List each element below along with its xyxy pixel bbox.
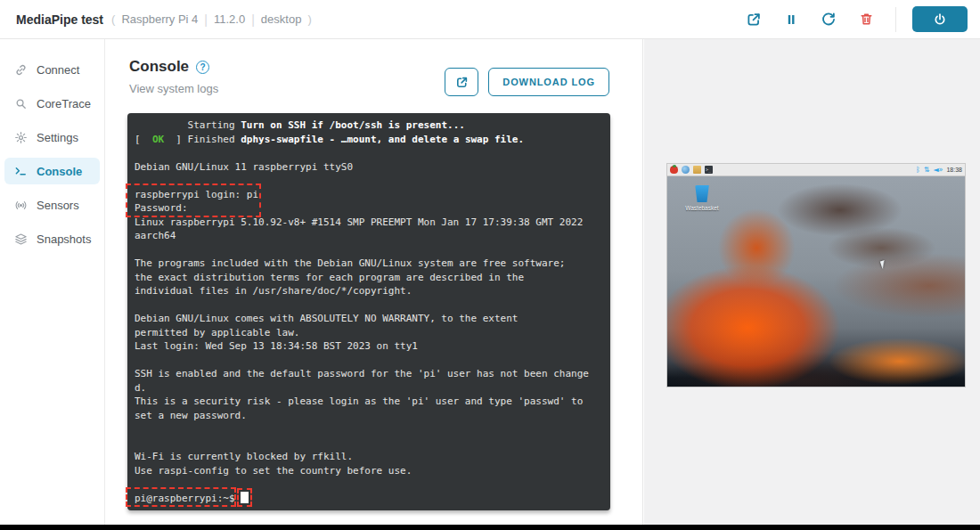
sensors-icon [14,199,28,212]
subtitle-close-paren: ) [307,12,311,26]
link-icon [14,63,28,77]
taskbar-clock: 18:38 [946,167,962,173]
terminal-line: Password: [135,201,603,216]
device-subtitle: ( Raspberry Pi 4 | 11.2.0 | desktop ) [111,12,312,27]
terminal-line: [ OK ] Finished dphys-swapfile - …mount,… [135,133,603,147]
bottom-black-bar [0,525,980,530]
terminal-line [135,354,603,368]
terminal-line [135,422,603,436]
power-icon [933,12,947,27]
action-separator [895,7,896,32]
volume-icon: ◄» [933,166,943,174]
sidebar: Connect CoreTrace Settings Console [0,39,105,525]
terminal-cursor [241,492,249,503]
device-os-version: 11.2.0 [214,12,245,26]
terminal-line [135,174,603,188]
refresh-button[interactable] [818,9,839,30]
sidebar-item-console[interactable]: Console [4,158,100,184]
top-bar: MediaPipe test ( Raspberry Pi 4 | 11.2.0… [0,0,980,39]
remote-taskbar: >_ ᛒ ⇅ ◄» 18:38 [666,163,966,176]
terminal-line [135,436,603,451]
terminal-line: This is a security risk - please login a… [135,395,603,409]
sidebar-item-label: Console [37,165,82,178]
terminal-output: Starting Turn on SSH if /boot/ssh is pre… [135,118,603,505]
terminal-line: individual files in /usr/share/doc/*/cop… [135,284,603,298]
refresh-icon [821,12,837,28]
taskbar-tray: ᛒ ⇅ ◄» 18:38 [916,166,962,174]
raspberry-menu-icon [670,166,678,174]
console-panel: Console ? View system logs DOWNLOAD LOG … [106,39,643,525]
sidebar-item-settings[interactable]: Settings [4,124,100,151]
pause-icon [784,12,798,27]
wastebasket-desktop-icon: Wastebasket [682,185,723,211]
terminal-line [135,477,603,492]
device-title: MediaPipe test [16,12,103,27]
external-link-icon [455,76,469,89]
terminal-line: Debian GNU/Linux comes with ABSOLUTELY N… [135,312,603,326]
terminal-line [135,146,603,160]
device-model: Raspberry Pi 4 [121,12,198,26]
remote-desktop-screenshot[interactable]: >_ ᛒ ⇅ ◄» 18:38 Wastebasket [666,163,966,387]
device-mode: desktop [261,12,302,26]
terminal-line: Linux raspberrypi 5.10.92-v8+ #1514 SMP … [135,216,603,230]
terminal-app-icon: >_ [705,166,713,174]
terminal-line [135,243,603,257]
terminal-line: aarch64 [135,229,603,243]
subtitle-open-paren: ( [111,12,115,26]
terminal-line: Wi-Fi is currently blocked by rfkill. [135,450,603,464]
open-external-button[interactable] [743,9,764,30]
terminal-window[interactable]: Starting Turn on SSH if /boot/ssh is pre… [127,113,610,510]
terminal-line: SSH is enabled and the default password … [135,367,603,381]
terminal-line: raspberrypi login: pi [135,188,603,202]
terminal-line [135,298,603,313]
sidebar-item-snapshots[interactable]: Snapshots [4,225,100,252]
trash-icon [859,12,874,27]
pause-button[interactable] [780,9,802,30]
terminal-line: Starting Turn on SSH if /boot/ssh is pre… [135,118,603,133]
sidebar-item-sensors[interactable]: Sensors [4,192,100,218]
device-preview-panel: >_ ᛒ ⇅ ◄» 18:38 Wastebasket [644,39,980,525]
delete-device-button[interactable] [855,9,877,30]
terminal-line: Debian GNU/Linux 11 raspberrypi ttyS0 [135,160,603,175]
terminal-line: set a new password. [135,409,603,423]
remote-mouse-cursor-icon [880,259,890,269]
search-icon [14,97,28,110]
download-log-button[interactable]: DOWNLOAD LOG [488,68,609,96]
sidebar-item-label: Sensors [37,199,79,212]
sidebar-item-label: Connect [37,63,79,77]
sidebar-item-label: Snapshots [37,232,91,246]
wastebasket-label: Wastebasket [682,205,723,211]
terminal-icon [14,165,28,178]
external-link-icon [746,12,762,28]
terminal-line: Last login: Wed Sep 13 18:34:58 BST 2023… [135,339,603,354]
terminal-line: d. [135,381,603,395]
power-button[interactable] [912,6,968,32]
gear-icon [14,131,28,144]
subtitle-divider: | [251,12,255,27]
console-actions: DOWNLOAD LOG [445,68,609,96]
subtitle-divider: | [204,12,208,27]
terminal-line: pi@raspberrypi:~$ [135,492,603,506]
network-arrows-icon: ⇅ [924,166,930,174]
terminal-line: the exact distribution terms for each pr… [135,271,603,285]
help-icon[interactable]: ? [196,61,209,74]
file-manager-icon [693,166,701,174]
snapshots-icon [14,232,28,246]
sidebar-item-connect[interactable]: Connect [4,56,100,83]
browser-icon [682,166,690,174]
sidebar-item-coretrace[interactable]: CoreTrace [4,90,100,117]
top-bar-actions [735,6,980,32]
page-title-text: Console [129,58,189,76]
terminal-line: The programs included with the Debian GN… [135,257,603,271]
sidebar-item-label: CoreTrace [37,97,91,110]
terminal-line: Use raspi-config to set the country befo… [135,464,603,478]
terminal-line: permitted by applicable law. [135,326,603,340]
remote-wallpaper: Wastebasket [666,176,966,387]
sidebar-item-label: Settings [37,131,78,144]
trash-can-icon [695,185,710,202]
open-console-external-button[interactable] [445,68,478,96]
bluetooth-icon: ᛒ [916,166,920,174]
